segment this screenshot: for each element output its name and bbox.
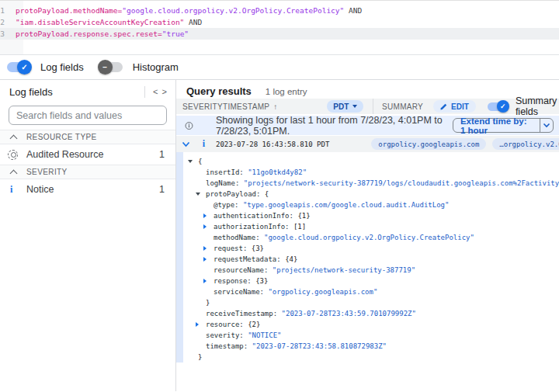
info-circle-icon [185, 120, 193, 131]
summary-fields-toggle[interactable]: ✓ [488, 102, 508, 111]
json-punctuation: {1} [297, 212, 310, 220]
json-key: protoPayload: [206, 190, 265, 198]
json-punctuation: } [206, 299, 210, 307]
log-fields-panel: Log fields < > RESOURCE TYPEAudited Reso… [0, 80, 176, 391]
triangle-right [203, 257, 207, 262]
log-fields-toggle-label: Log fields [40, 61, 84, 73]
json-line: methodName: "google.cloud.orgpolicy.v2.O… [188, 232, 559, 243]
extend-time-button[interactable]: Extend time by: 1 hour [453, 118, 554, 133]
collapse-toggle-icon[interactable] [196, 193, 206, 196]
json-line: } [188, 352, 559, 363]
summary-chips: orgpolicy.googleapis.com…orgpolicy.v2.Or… [371, 138, 559, 150]
expand-toggle-icon[interactable] [203, 213, 214, 218]
json-punctuation: [1] [293, 223, 306, 231]
log-fields-search-box [9, 106, 167, 125]
query-token-field: protoPayload.response.spec.reset= [16, 28, 162, 40]
timestamp-column-header[interactable]: TIMESTAMP [223, 102, 269, 111]
histogram-toggle[interactable]: − [99, 62, 123, 72]
severity-column-header: SEVERITY [182, 102, 217, 111]
sort-ascending-icon[interactable]: ↑ [273, 102, 277, 111]
query-line[interactable]: 2"iam.disableServiceAccountKeyCreation" … [0, 16, 559, 28]
expand-toggle-icon[interactable] [203, 246, 214, 251]
edit-pencil-icon [440, 103, 447, 110]
section-header-severity[interactable]: SEVERITY [0, 165, 175, 179]
timezone-selector[interactable]: PDT [327, 100, 363, 113]
check-icon: ✓ [497, 100, 509, 113]
json-key: receiveTimestamp: [206, 310, 282, 317]
json-punctuation: {3} [252, 245, 264, 252]
section-header-resource-type[interactable]: RESOURCE TYPE [0, 130, 175, 144]
json-value: "NOTICE" [248, 331, 281, 339]
query-token-field: protoPayload.methodName= [16, 5, 122, 16]
expand-toggle-icon[interactable] [203, 224, 214, 229]
triangle-down [188, 160, 193, 163]
json-key: resource: [206, 321, 248, 328]
extend-time-dropdown[interactable] [540, 119, 553, 132]
collapse-panel-icon[interactable]: < > [153, 87, 168, 96]
summary-chip[interactable]: …orgpolicy.v2.OrgPolicy.Crea [492, 138, 559, 150]
json-value: "type.googleapis.com/google.cloud.audit.… [243, 201, 450, 209]
severity-notice-icon: i [198, 138, 207, 150]
json-key: authenticationInfo: [214, 212, 297, 220]
histogram-toggle-group: − Histogram [99, 61, 179, 73]
json-value: "projects/network-security-387719/logs/c… [244, 179, 559, 187]
query-token-value: "google.cloud.orgpolicy.v2.OrgPolicy.Cre… [122, 5, 344, 16]
json-line: serviceName: "orgpolicy.googleapis.com" [188, 286, 559, 297]
json-line: } [188, 297, 559, 308]
expand-toggle-icon[interactable] [196, 322, 206, 327]
json-key: resourceName: [214, 266, 273, 274]
expanded-entry-indicator [176, 152, 183, 363]
log-field-item-audited-resource[interactable]: Audited Resource1 [0, 144, 175, 165]
chevron-up-icon [10, 134, 17, 140]
json-punctuation: { [198, 158, 202, 165]
triangle-right [203, 213, 207, 218]
log-field-item-label: Audited Resource [26, 149, 103, 160]
json-key: timestamp: [206, 342, 252, 350]
query-line[interactable]: 1protoPayload.methodName="google.cloud.o… [0, 5, 559, 16]
log-field-item-notice[interactable]: iNotice1 [0, 179, 175, 199]
json-line: severity: "NOTICE" [188, 330, 559, 341]
json-line: authorizationInfo: [1] [188, 221, 559, 232]
summary-fields-label: Summary fields [516, 95, 559, 117]
json-lines: {insertId: "11go0tkd4y82"logName: "proje… [188, 156, 559, 363]
json-line: logName: "projects/network-security-3877… [188, 178, 559, 189]
toolbar-divider [373, 99, 373, 114]
log-fields-panel-title: Log fields [9, 86, 144, 98]
log-fields-sections: RESOURCE TYPEAudited Resource1SEVERITYiN… [0, 130, 175, 199]
edit-summary-button[interactable]: EDIT [433, 100, 476, 113]
query-editor[interactable]: 1protoPayload.methodName="google.cloud.o… [0, 1, 559, 55]
json-punctuation: {3} [255, 277, 268, 285]
json-key: authorizationInfo: [214, 223, 293, 231]
log-entry-row[interactable]: i 2023-07-28 16:43:58.810 PDT orgpolicy.… [176, 136, 559, 152]
json-value: "projects/network-security-387719" [273, 266, 415, 274]
json-line: resource: {2} [188, 319, 559, 330]
json-value: "11go0tkd4y82" [248, 168, 307, 176]
summary-chip[interactable]: orgpolicy.googleapis.com [371, 138, 486, 150]
json-key: requestMetadata: [214, 255, 285, 263]
search-input[interactable] [16, 110, 159, 121]
json-line: protoPayload: { [188, 189, 559, 199]
query-token-value: "true" [162, 28, 189, 40]
histogram-toggle-label: Histogram [133, 61, 179, 73]
json-punctuation: { [265, 190, 269, 198]
json-key: insertId: [206, 168, 248, 176]
audited-resource-glyph [8, 150, 18, 160]
json-line: @type: "type.googleapis.com/google.cloud… [188, 199, 559, 210]
notice-info-glyph: i [8, 184, 12, 196]
triangle-right [196, 322, 199, 327]
json-key: request: [214, 245, 252, 252]
log-fields-toggle-group: ✓ Log fields [7, 61, 84, 73]
collapse-entry-icon[interactable] [182, 141, 193, 147]
json-value: "2023-07-28T23:43:58.810872983Z" [252, 342, 387, 350]
json-value: "orgpolicy.googleapis.com" [268, 288, 377, 296]
triangle-right [203, 246, 207, 251]
triangle-right [203, 279, 207, 283]
expand-toggle-icon[interactable] [203, 279, 214, 283]
collapse-toggle-icon[interactable] [188, 160, 198, 163]
query-line[interactable]: 3protoPayload.response.spec.reset="true" [0, 28, 559, 40]
log-fields-toggle[interactable]: ✓ [7, 62, 30, 72]
expand-toggle-icon[interactable] [203, 257, 214, 262]
log-field-item-count: 1 [159, 149, 165, 160]
query-results-panel: Query results 1 log entry SEVERITY TIMES… [176, 80, 559, 391]
triangle-right [203, 224, 207, 229]
